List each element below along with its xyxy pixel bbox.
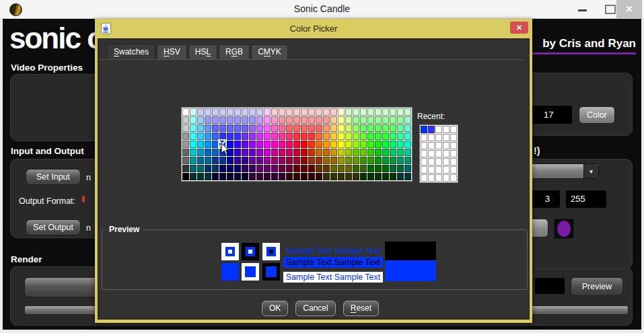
recent-swatch-cell[interactable] <box>421 142 427 149</box>
swatch-cell[interactable] <box>338 173 345 180</box>
swatch-cell[interactable] <box>353 165 359 172</box>
swatch-cell[interactable] <box>190 116 196 124</box>
swatch-cell[interactable] <box>219 124 226 132</box>
swatch-cell[interactable] <box>301 141 308 148</box>
swatch-cell[interactable] <box>390 157 396 164</box>
swatch-cell[interactable] <box>279 108 285 116</box>
recent-swatch-cell[interactable] <box>450 150 457 157</box>
swatch-cell[interactable] <box>345 157 352 164</box>
recent-swatch-cell[interactable] <box>435 126 442 133</box>
swatch-cell[interactable] <box>308 149 315 156</box>
swatch-cell[interactable] <box>316 116 322 124</box>
swatch-cell[interactable] <box>360 141 367 148</box>
swatch-cell[interactable] <box>256 149 263 156</box>
swatch-cell[interactable] <box>271 116 278 124</box>
swatch-cell[interactable] <box>242 124 248 132</box>
swatch-cell[interactable] <box>205 173 211 180</box>
recent-swatch-cell[interactable] <box>428 142 435 149</box>
swatch-cell[interactable] <box>316 124 322 132</box>
swatch-cell[interactable] <box>234 141 241 148</box>
swatch-cell[interactable] <box>301 116 308 124</box>
recent-swatch-cell[interactable] <box>428 166 435 174</box>
swatch-cell[interactable] <box>264 165 271 172</box>
swatch-cell[interactable] <box>367 108 374 116</box>
swatch-cell[interactable] <box>242 173 248 180</box>
swatch-cell[interactable] <box>301 165 308 172</box>
swatch-cell[interactable] <box>360 165 367 172</box>
swatch-cell[interactable] <box>219 116 226 124</box>
swatch-cell[interactable] <box>249 133 256 140</box>
swatch-cell[interactable] <box>234 124 241 132</box>
recent-swatch-cell[interactable] <box>435 158 442 165</box>
swatch-cell[interactable] <box>390 141 396 148</box>
swatch-cell[interactable] <box>308 116 315 124</box>
swatch-cell[interactable] <box>375 149 382 156</box>
swatch-cell[interactable] <box>234 157 241 164</box>
swatch-cell[interactable] <box>345 173 352 180</box>
swatch-cell[interactable] <box>308 133 315 140</box>
recent-swatch-cell[interactable] <box>443 174 450 182</box>
swatch-cell[interactable] <box>205 149 211 156</box>
recent-swatch-cell[interactable] <box>421 166 427 174</box>
swatch-cell[interactable] <box>212 108 219 116</box>
recent-swatch-cell[interactable] <box>435 134 442 141</box>
tab-rgb[interactable]: RGB <box>219 44 250 59</box>
swatch-cell[interactable] <box>249 116 256 124</box>
swatch-cell[interactable] <box>382 108 389 116</box>
swatch-cell[interactable] <box>353 157 359 164</box>
preview-button[interactable]: Preview <box>571 277 623 296</box>
swatch-cell[interactable] <box>390 173 396 180</box>
swatch-cell[interactable] <box>353 116 359 124</box>
swatch-cell[interactable] <box>404 141 411 148</box>
swatch-cell[interactable] <box>397 173 404 180</box>
recent-swatch-cell[interactable] <box>421 126 427 133</box>
tab-hsl[interactable]: HSL <box>188 44 217 59</box>
swatch-cell[interactable] <box>212 149 219 156</box>
swatch-cell[interactable] <box>338 108 345 116</box>
swatch-cell[interactable] <box>234 173 241 180</box>
swatch-cell[interactable] <box>330 141 337 148</box>
swatch-cell[interactable] <box>197 165 204 172</box>
swatch-cell[interactable] <box>279 133 285 140</box>
swatch-cell[interactable] <box>390 165 396 172</box>
swatch-cell[interactable] <box>234 133 241 140</box>
swatch-cell[interactable] <box>360 173 367 180</box>
swatch-cell[interactable] <box>286 124 293 132</box>
swatch-cell[interactable] <box>345 116 352 124</box>
swatch-cell[interactable] <box>330 116 337 124</box>
recent-swatch-cell[interactable] <box>435 142 442 149</box>
recent-swatch-cell[interactable] <box>421 174 427 182</box>
recent-swatch-cell[interactable] <box>443 150 450 157</box>
swatch-cell[interactable] <box>271 173 278 180</box>
swatch-cell[interactable] <box>242 133 248 140</box>
swatch-cell[interactable] <box>182 141 189 148</box>
swatch-cell[interactable] <box>242 149 248 156</box>
swatch-cell[interactable] <box>375 157 382 164</box>
swatch-cell[interactable] <box>367 116 374 124</box>
swatch-cell[interactable] <box>197 133 204 140</box>
swatch-cell[interactable] <box>375 141 382 148</box>
swatch-cell[interactable] <box>360 133 367 140</box>
swatch-cell[interactable] <box>367 124 374 132</box>
swatch-cell[interactable] <box>323 149 330 156</box>
swatch-cell[interactable] <box>345 124 352 132</box>
swatch-cell[interactable] <box>256 124 263 132</box>
swatch-cell[interactable] <box>279 173 285 180</box>
minimize-button[interactable] <box>578 9 587 11</box>
swatch-cell[interactable] <box>338 133 345 140</box>
swatch-cell[interactable] <box>264 133 271 140</box>
swatch-cell[interactable] <box>197 116 204 124</box>
swatch-cell[interactable] <box>308 124 315 132</box>
swatch-cell[interactable] <box>293 157 300 164</box>
swatch-cell[interactable] <box>338 124 345 132</box>
swatch-cell[interactable] <box>367 165 374 172</box>
swatch-cell[interactable] <box>256 116 263 124</box>
swatch-cell[interactable] <box>345 149 352 156</box>
swatch-cell[interactable] <box>264 124 271 132</box>
recent-swatch-cell[interactable] <box>435 166 442 174</box>
swatch-cell[interactable] <box>330 149 337 156</box>
swatch-cell[interactable] <box>242 141 248 148</box>
swatch-cell[interactable] <box>382 141 389 148</box>
swatch-cell[interactable] <box>330 133 337 140</box>
swatch-cell[interactable] <box>190 133 196 140</box>
